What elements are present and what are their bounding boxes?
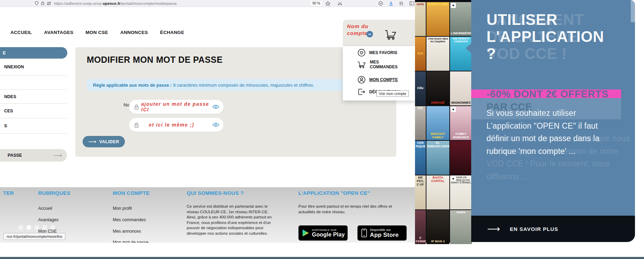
menu-item-mon-compte[interactable]: MON COMPTE (357, 76, 398, 84)
movie-poster-title: Fille (415, 86, 426, 91)
movie-poster-title: ME PES, C UF (415, 175, 426, 187)
sidebar-item-connexion[interactable]: NNEXION (4, 64, 24, 69)
confirm-password-input[interactable]: et ici le même ;) (129, 118, 223, 132)
favorite-heart-icon[interactable]: ♥ (451, 176, 456, 181)
footer-link-accueil[interactable]: Accueil (38, 206, 52, 211)
movie-poster[interactable]: DANS UN JARDIN QU'ON DIRAIT ÉTERNEL♥ (450, 175, 472, 209)
footer-mon-compte-heading: MON COMPTE (113, 190, 150, 196)
movie-poster-title: ENRAGÉ (426, 101, 449, 105)
footer-link-mes-annonces[interactable]: Mes annonces (113, 229, 141, 234)
sidebar-item-commandes[interactable]: NDES (4, 94, 16, 99)
lock-icon[interactable] (40, 1, 46, 6)
movie-poster[interactable] (450, 141, 472, 175)
shield-icon[interactable] (33, 1, 40, 6)
footer-contact-heading: TER (3, 190, 14, 196)
movie-poster[interactable]: nette (415, 2, 426, 36)
heart-circle-icon (357, 49, 366, 57)
favorite-heart-icon[interactable]: ♥ (451, 107, 456, 112)
footer-link-mon-profil[interactable]: Mon profil (113, 206, 132, 211)
sidebar-item-favoris[interactable]: S (4, 123, 7, 128)
carousel-dot-2-active[interactable] (26, 225, 31, 230)
google-play-icon (302, 229, 309, 237)
scrollbar-thumb[interactable] (631, 0, 636, 22)
footer-application-text: Pour être averti partout et en temps rée… (298, 204, 402, 215)
movie-poster[interactable]: THE PERFECT CANDIDATE (450, 37, 472, 71)
movie-poster-title: HONEYLAND (426, 2, 449, 7)
main-nav: ACCUEIL AVANTAGES MON CSE ANNONCES ÉCHAN… (10, 30, 184, 35)
movie-poster-title: FAMILY ROMANCE (450, 132, 472, 140)
nav-item-accueil[interactable]: ACCUEIL (10, 30, 32, 35)
favorite-heart-icon[interactable]: ♥ (451, 3, 456, 8)
google-play-badge[interactable]: DISPONIBLE SURGoogle Play (298, 225, 348, 241)
footer-application-heading: L'APPLICATION "OPEN CE" (298, 190, 370, 196)
sidebar-toggle-icon[interactable] (409, 1, 415, 6)
slide-notch (466, 43, 472, 54)
footer-link-mon-mot-de-passe[interactable]: Mon mot de passe (113, 240, 149, 243)
movie-poster-title: IP MAN 4 (426, 239, 449, 244)
carousel-dot-1[interactable] (18, 225, 23, 230)
library-icon[interactable] (398, 1, 405, 6)
chevron-up-icon[interactable] (366, 31, 373, 37)
show-password-icon[interactable] (212, 104, 219, 109)
sidebar-item-annonces[interactable]: CES (4, 109, 13, 113)
movie-poster[interactable]: ME PES, C UF (415, 175, 426, 209)
movie-poster[interactable]: E FEMME (415, 210, 426, 244)
footer-qui-sommes-nous-heading: QUI SOMMES-NOUS ? (187, 190, 244, 196)
divider (0, 133, 67, 134)
footer-link-mes-commandes[interactable]: Mes commandes (113, 217, 146, 222)
logout-icon (357, 88, 366, 96)
movie-poster[interactable]: ENRAGÉ (426, 71, 449, 105)
menu-item-mes-commandes[interactable]: MES COMMANDES (357, 60, 402, 69)
movie-poster-title: BASTA CAPITAL (426, 175, 449, 184)
movie-poster[interactable]: BASTA CAPITAL (426, 175, 449, 209)
movie-poster-title: ITE (415, 106, 426, 111)
footer-link-avantages[interactable]: Avantages (38, 217, 59, 222)
apple-device-icon (361, 228, 367, 238)
movie-poster-title: CER RIQUE (415, 141, 426, 149)
movie-poster[interactable]: CER RIQUE (415, 141, 426, 175)
movie-poster[interactable]: BIGFOOT FAMILY (426, 106, 449, 140)
show-password-icon[interactable] (212, 122, 219, 127)
movie-poster[interactable]: EL EMBARCADERO (426, 141, 449, 175)
movie-poster[interactable]: ITE (415, 106, 426, 140)
nav-item-avantages[interactable]: AVANTAGES (44, 30, 73, 35)
account-name[interactable]: Nom du compte (347, 23, 380, 37)
footer-about-text: Ce service est distribué en partenariat … (187, 204, 273, 236)
nav-item-annonces[interactable]: ANNONCES (120, 30, 148, 35)
movie-poster[interactable]: ICA (415, 37, 426, 71)
divider (0, 118, 67, 118)
screen: https://adherent-snep-unsa.opence.fr/por… (0, 0, 644, 259)
url-bar[interactable]: https://adherent-snep-unsa.opence.fr/por… (54, 1, 177, 6)
bookmark-star-icon[interactable] (325, 1, 331, 6)
movie-poster[interactable]: L'INFIRMIÈRE♥ (450, 2, 472, 36)
menu-item-mes-favoris[interactable]: MES FAVORIS (357, 49, 397, 57)
carousel-dot-4[interactable] (42, 225, 47, 230)
download-icon[interactable] (388, 1, 394, 6)
new-password-input[interactable]: ajouter un mot de passe ICI (129, 100, 223, 114)
nav-item-echange[interactable]: ÉCHANGE (160, 30, 184, 35)
carousel-dot-5[interactable] (50, 225, 55, 230)
nav-item-mon-cse[interactable]: MON CSE (86, 30, 108, 35)
movie-poster[interactable]: FAMILY ROMANCE♥ (450, 106, 472, 140)
movie-poster[interactable]: MIGNONNES (450, 71, 472, 105)
movie-poster[interactable]: Fille (415, 71, 426, 105)
sidebar-item-active-top[interactable]: E (0, 47, 67, 59)
zoom-level-badge[interactable]: 90 % (311, 1, 322, 6)
permissions-icon[interactable] (46, 1, 52, 6)
movie-poster-title: nette (415, 2, 426, 7)
movie-poster[interactable]: madre (450, 210, 472, 244)
sidebar-item-mot-de-passe[interactable]: PASSE ⟶ (0, 149, 67, 162)
screenshot-icon[interactable] (337, 1, 343, 6)
carousel-dot-3[interactable] (34, 225, 39, 230)
pocket-icon[interactable] (378, 1, 384, 6)
app-store-badge[interactable]: Disponible surApp Store (357, 225, 407, 241)
movie-poster-title: BIGFOOT FAMILY (426, 132, 449, 140)
movie-poster-title: madre (450, 210, 472, 215)
account-tooltip: Voir mon compte (376, 90, 409, 97)
movie-poster[interactable]: HONEYLAND (426, 2, 449, 36)
valider-button[interactable]: ⟶ VALIDER (83, 136, 125, 147)
en-savoir-plus-button[interactable]: ⟶ EN SAVOIR PLUS (471, 216, 635, 242)
cart-icon[interactable] (384, 28, 398, 40)
movie-poster[interactable]: J'irai mourir dans les CarpAtes (426, 37, 449, 71)
movie-poster[interactable]: IP MAN 4 (426, 210, 449, 244)
